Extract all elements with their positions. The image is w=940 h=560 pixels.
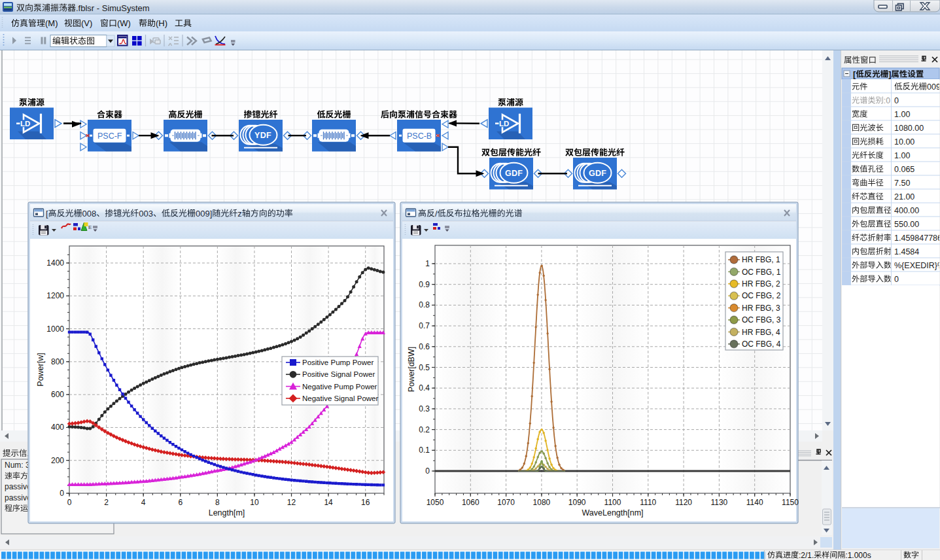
svg-text:Negative Pump Power: Negative Pump Power [302,383,377,391]
svg-text:550.00: 550.00 [894,220,919,229]
svg-text:009]: 009] [196,209,212,219]
svg-text:10.00: 10.00 [894,137,914,147]
svg-text:LD: LD [499,120,509,128]
svg-text:OC FBG, 3: OC FBG, 3 [742,315,781,324]
svg-text:OC FBG, 1: OC FBG, 1 [742,268,781,277]
svg-text:GDF: GDF [505,169,523,178]
svg-text:1090: 1090 [568,498,586,507]
svg-text:1110: 1110 [640,498,656,507]
svg-text:Num: 3: Num: 3 [5,461,30,470]
svg-text:Length[m]: Length[m] [209,508,245,517]
svg-text:]: ] [888,70,891,79]
svg-text:0.6: 0.6 [419,342,430,351]
svg-text:HR FBG, 2: HR FBG, 2 [742,279,780,289]
svg-text:0: 0 [894,96,899,105]
svg-text:PSC-B: PSC-B [407,131,432,141]
svg-text:E: E [88,224,92,230]
svg-text::1.000s: :1.000s [845,551,871,560]
svg-text:HR FBG, 4: HR FBG, 4 [742,328,780,337]
svg-text:0: 0 [67,498,72,507]
svg-text:1070: 1070 [497,498,515,507]
svg-text:1: 1 [425,259,430,268]
svg-text:1400: 1400 [46,258,64,268]
svg-text:0.065: 0.065 [894,165,914,174]
svg-text:0: 0 [894,275,899,284]
svg-text:z: z [237,209,242,219]
svg-text:Power[w]: Power[w] [36,353,45,386]
svg-text:1050: 1050 [426,498,444,507]
svg-text:0.3: 0.3 [419,404,430,413]
svg-text:0.9: 0.9 [419,280,430,289]
svg-text:1080.00: 1080.00 [894,124,924,133]
svg-text:003: 003 [139,209,153,219]
svg-text:600: 600 [51,390,64,399]
svg-text:1000: 1000 [46,324,64,334]
svg-text:1150: 1150 [782,498,799,507]
svg-text:0.2: 0.2 [419,425,430,434]
svg-text:/: / [435,209,438,219]
svg-text:0: 0 [425,466,430,476]
svg-text:008: 008 [82,209,97,219]
svg-text:0.8: 0.8 [419,300,430,309]
svg-text:PSC-F: PSC-F [97,131,122,141]
svg-text:800: 800 [51,357,64,366]
svg-text::0: :0 [884,96,890,105]
svg-text:10: 10 [250,498,259,507]
svg-text:8: 8 [215,498,220,507]
svg-text:(M): (M) [45,18,58,28]
svg-text:1060: 1060 [462,498,479,507]
svg-text:[: [ [46,209,48,219]
svg-text:1130: 1130 [710,498,727,507]
svg-text:16: 16 [361,498,370,507]
svg-text:(W): (W) [117,18,131,28]
svg-text:WaveLength[nm]: WaveLength[nm] [582,508,643,517]
svg-text:009: 009 [927,82,940,92]
svg-text:Negative Signal Power: Negative Signal Power [302,394,379,402]
svg-text:Positive Pump Power: Positive Pump Power [302,359,374,366]
svg-text:0.1: 0.1 [419,446,430,455]
svg-text:200: 200 [51,456,64,465]
svg-text:4: 4 [141,498,146,507]
svg-text:0.4: 0.4 [419,383,430,393]
svg-text:1100: 1100 [604,498,621,507]
svg-text:2: 2 [104,498,109,507]
svg-text:Positive Signal Power: Positive Signal Power [302,370,375,378]
svg-text:1140: 1140 [746,498,763,507]
svg-text:GDF: GDF [589,169,606,178]
svg-text:0.7: 0.7 [419,321,430,330]
svg-text:7.50: 7.50 [894,179,910,188]
svg-text:OC FBG, 4: OC FBG, 4 [742,340,781,349]
svg-text:1.00: 1.00 [894,110,910,119]
svg-text:(H): (H) [156,18,167,28]
svg-text:1080: 1080 [533,498,551,507]
svg-text:1200: 1200 [46,291,64,300]
svg-text::2/1.: :2/1. [799,551,814,560]
svg-text:21.00: 21.00 [894,192,914,201]
svg-text:(V): (V) [81,18,92,28]
svg-text:400: 400 [51,423,64,432]
svg-text:OC FBG, 2: OC FBG, 2 [742,291,781,300]
svg-text:.fblsr - SimuSystem: .fblsr - SimuSystem [76,3,150,13]
svg-text:0: 0 [60,489,64,498]
svg-text:YDF: YDF [254,131,271,140]
svg-text:12: 12 [287,498,296,507]
svg-text:HR FBG, 1: HR FBG, 1 [742,255,780,264]
svg-text:HR FBG, 3: HR FBG, 3 [742,304,780,313]
svg-text:0.5: 0.5 [419,363,430,372]
svg-text:Power[dBW]: Power[dBW] [407,347,416,392]
svg-text:1.00: 1.00 [894,151,910,160]
svg-text:LD: LD [20,120,30,128]
svg-text:%{EXEDIR}%{: %{EXEDIR}%{ [894,261,940,270]
svg-text:1120: 1120 [675,498,692,507]
svg-text:6: 6 [178,498,183,507]
svg-text:1.4598477861: 1.4598477861 [894,234,940,243]
svg-text:14: 14 [324,498,333,507]
svg-text:1.4584: 1.4584 [894,247,919,256]
svg-text:400.00: 400.00 [894,206,919,215]
